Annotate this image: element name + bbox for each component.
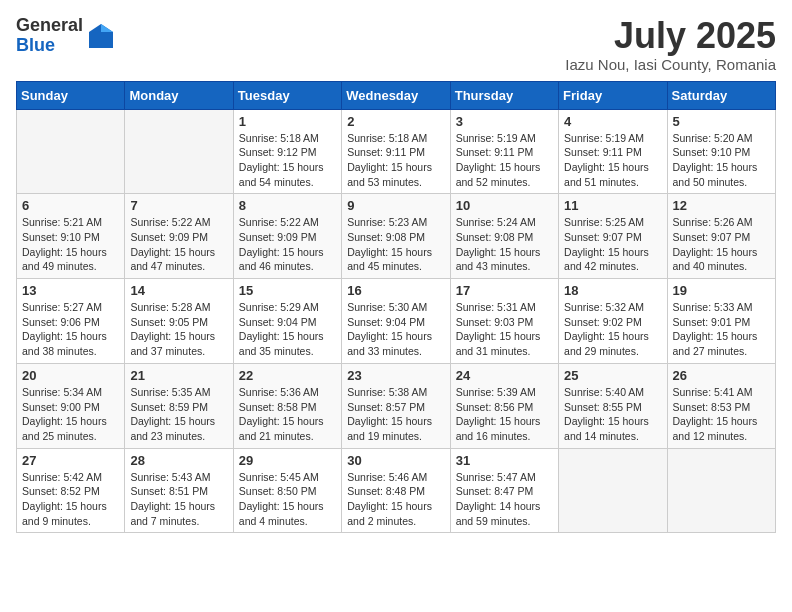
day-info: Sunrise: 5:26 AM Sunset: 9:07 PM Dayligh…: [673, 215, 770, 274]
calendar-cell: 22Sunrise: 5:36 AM Sunset: 8:58 PM Dayli…: [233, 363, 341, 448]
calendar-week-5: 27Sunrise: 5:42 AM Sunset: 8:52 PM Dayli…: [17, 448, 776, 533]
day-info: Sunrise: 5:18 AM Sunset: 9:11 PM Dayligh…: [347, 131, 444, 190]
calendar-cell: 19Sunrise: 5:33 AM Sunset: 9:01 PM Dayli…: [667, 279, 775, 364]
calendar-week-1: 1Sunrise: 5:18 AM Sunset: 9:12 PM Daylig…: [17, 109, 776, 194]
calendar-cell: 11Sunrise: 5:25 AM Sunset: 9:07 PM Dayli…: [559, 194, 667, 279]
day-number: 15: [239, 283, 336, 298]
day-number: 12: [673, 198, 770, 213]
calendar-cell: 23Sunrise: 5:38 AM Sunset: 8:57 PM Dayli…: [342, 363, 450, 448]
weekday-header-row: SundayMondayTuesdayWednesdayThursdayFrid…: [17, 81, 776, 109]
day-number: 23: [347, 368, 444, 383]
day-number: 14: [130, 283, 227, 298]
day-info: Sunrise: 5:19 AM Sunset: 9:11 PM Dayligh…: [564, 131, 661, 190]
day-info: Sunrise: 5:47 AM Sunset: 8:47 PM Dayligh…: [456, 470, 553, 529]
calendar-cell: 27Sunrise: 5:42 AM Sunset: 8:52 PM Dayli…: [17, 448, 125, 533]
day-number: 6: [22, 198, 119, 213]
calendar-week-4: 20Sunrise: 5:34 AM Sunset: 9:00 PM Dayli…: [17, 363, 776, 448]
day-info: Sunrise: 5:22 AM Sunset: 9:09 PM Dayligh…: [239, 215, 336, 274]
calendar-cell: 5Sunrise: 5:20 AM Sunset: 9:10 PM Daylig…: [667, 109, 775, 194]
logo-general: General: [16, 16, 83, 36]
day-number: 2: [347, 114, 444, 129]
day-number: 8: [239, 198, 336, 213]
calendar-cell: 17Sunrise: 5:31 AM Sunset: 9:03 PM Dayli…: [450, 279, 558, 364]
calendar-cell: 8Sunrise: 5:22 AM Sunset: 9:09 PM Daylig…: [233, 194, 341, 279]
day-info: Sunrise: 5:23 AM Sunset: 9:08 PM Dayligh…: [347, 215, 444, 274]
day-number: 9: [347, 198, 444, 213]
month-title: July 2025: [565, 16, 776, 56]
calendar-cell: [559, 448, 667, 533]
calendar-cell: [17, 109, 125, 194]
day-number: 10: [456, 198, 553, 213]
day-number: 19: [673, 283, 770, 298]
calendar-cell: 7Sunrise: 5:22 AM Sunset: 9:09 PM Daylig…: [125, 194, 233, 279]
calendar-cell: 24Sunrise: 5:39 AM Sunset: 8:56 PM Dayli…: [450, 363, 558, 448]
calendar-cell: 25Sunrise: 5:40 AM Sunset: 8:55 PM Dayli…: [559, 363, 667, 448]
day-info: Sunrise: 5:18 AM Sunset: 9:12 PM Dayligh…: [239, 131, 336, 190]
day-info: Sunrise: 5:29 AM Sunset: 9:04 PM Dayligh…: [239, 300, 336, 359]
calendar-cell: [125, 109, 233, 194]
day-info: Sunrise: 5:46 AM Sunset: 8:48 PM Dayligh…: [347, 470, 444, 529]
weekday-header-sunday: Sunday: [17, 81, 125, 109]
calendar-cell: 10Sunrise: 5:24 AM Sunset: 9:08 PM Dayli…: [450, 194, 558, 279]
day-number: 27: [22, 453, 119, 468]
calendar-cell: 21Sunrise: 5:35 AM Sunset: 8:59 PM Dayli…: [125, 363, 233, 448]
day-info: Sunrise: 5:30 AM Sunset: 9:04 PM Dayligh…: [347, 300, 444, 359]
day-number: 29: [239, 453, 336, 468]
calendar-cell: 30Sunrise: 5:46 AM Sunset: 8:48 PM Dayli…: [342, 448, 450, 533]
calendar-cell: 1Sunrise: 5:18 AM Sunset: 9:12 PM Daylig…: [233, 109, 341, 194]
calendar-cell: 20Sunrise: 5:34 AM Sunset: 9:00 PM Dayli…: [17, 363, 125, 448]
day-number: 25: [564, 368, 661, 383]
day-info: Sunrise: 5:25 AM Sunset: 9:07 PM Dayligh…: [564, 215, 661, 274]
logo-blue: Blue: [16, 36, 83, 56]
day-number: 17: [456, 283, 553, 298]
day-number: 31: [456, 453, 553, 468]
logo-icon: [87, 22, 115, 50]
calendar-week-3: 13Sunrise: 5:27 AM Sunset: 9:06 PM Dayli…: [17, 279, 776, 364]
day-info: Sunrise: 5:35 AM Sunset: 8:59 PM Dayligh…: [130, 385, 227, 444]
day-info: Sunrise: 5:45 AM Sunset: 8:50 PM Dayligh…: [239, 470, 336, 529]
svg-marker-1: [101, 24, 113, 32]
calendar-cell: 29Sunrise: 5:45 AM Sunset: 8:50 PM Dayli…: [233, 448, 341, 533]
page-header: General Blue July 2025 Iazu Nou, Iasi Co…: [16, 16, 776, 73]
day-number: 4: [564, 114, 661, 129]
calendar-cell: 14Sunrise: 5:28 AM Sunset: 9:05 PM Dayli…: [125, 279, 233, 364]
day-info: Sunrise: 5:27 AM Sunset: 9:06 PM Dayligh…: [22, 300, 119, 359]
day-info: Sunrise: 5:34 AM Sunset: 9:00 PM Dayligh…: [22, 385, 119, 444]
weekday-header-monday: Monday: [125, 81, 233, 109]
day-info: Sunrise: 5:39 AM Sunset: 8:56 PM Dayligh…: [456, 385, 553, 444]
day-info: Sunrise: 5:21 AM Sunset: 9:10 PM Dayligh…: [22, 215, 119, 274]
day-info: Sunrise: 5:28 AM Sunset: 9:05 PM Dayligh…: [130, 300, 227, 359]
day-number: 24: [456, 368, 553, 383]
calendar-cell: 3Sunrise: 5:19 AM Sunset: 9:11 PM Daylig…: [450, 109, 558, 194]
calendar-cell: 31Sunrise: 5:47 AM Sunset: 8:47 PM Dayli…: [450, 448, 558, 533]
day-number: 20: [22, 368, 119, 383]
calendar-cell: 6Sunrise: 5:21 AM Sunset: 9:10 PM Daylig…: [17, 194, 125, 279]
day-number: 11: [564, 198, 661, 213]
day-info: Sunrise: 5:36 AM Sunset: 8:58 PM Dayligh…: [239, 385, 336, 444]
logo: General Blue: [16, 16, 115, 56]
day-info: Sunrise: 5:41 AM Sunset: 8:53 PM Dayligh…: [673, 385, 770, 444]
day-number: 22: [239, 368, 336, 383]
day-info: Sunrise: 5:43 AM Sunset: 8:51 PM Dayligh…: [130, 470, 227, 529]
day-info: Sunrise: 5:42 AM Sunset: 8:52 PM Dayligh…: [22, 470, 119, 529]
calendar-cell: 26Sunrise: 5:41 AM Sunset: 8:53 PM Dayli…: [667, 363, 775, 448]
calendar-cell: 4Sunrise: 5:19 AM Sunset: 9:11 PM Daylig…: [559, 109, 667, 194]
calendar-cell: 15Sunrise: 5:29 AM Sunset: 9:04 PM Dayli…: [233, 279, 341, 364]
calendar-table: SundayMondayTuesdayWednesdayThursdayFrid…: [16, 81, 776, 534]
day-number: 5: [673, 114, 770, 129]
calendar-cell: 12Sunrise: 5:26 AM Sunset: 9:07 PM Dayli…: [667, 194, 775, 279]
calendar-cell: 2Sunrise: 5:18 AM Sunset: 9:11 PM Daylig…: [342, 109, 450, 194]
day-info: Sunrise: 5:22 AM Sunset: 9:09 PM Dayligh…: [130, 215, 227, 274]
weekday-header-tuesday: Tuesday: [233, 81, 341, 109]
day-number: 3: [456, 114, 553, 129]
day-info: Sunrise: 5:19 AM Sunset: 9:11 PM Dayligh…: [456, 131, 553, 190]
calendar-cell: 9Sunrise: 5:23 AM Sunset: 9:08 PM Daylig…: [342, 194, 450, 279]
weekday-header-thursday: Thursday: [450, 81, 558, 109]
weekday-header-wednesday: Wednesday: [342, 81, 450, 109]
day-number: 16: [347, 283, 444, 298]
day-number: 28: [130, 453, 227, 468]
day-number: 1: [239, 114, 336, 129]
calendar-cell: 28Sunrise: 5:43 AM Sunset: 8:51 PM Dayli…: [125, 448, 233, 533]
day-info: Sunrise: 5:24 AM Sunset: 9:08 PM Dayligh…: [456, 215, 553, 274]
weekday-header-friday: Friday: [559, 81, 667, 109]
